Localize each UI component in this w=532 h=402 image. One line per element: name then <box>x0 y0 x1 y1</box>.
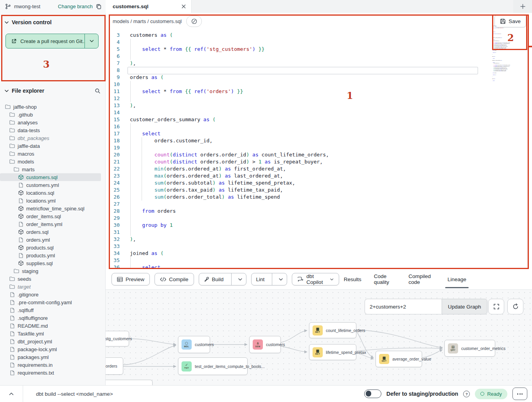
search-icon[interactable] <box>95 88 101 94</box>
breadcrumb[interactable]: models / marts / customers.sql <box>113 18 182 24</box>
result-tab[interactable]: Results <box>344 269 361 289</box>
defer-toggle[interactable] <box>364 389 381 398</box>
file-tree-item[interactable]: .sqlfluffignore <box>0 314 105 322</box>
file-name: seeds <box>18 276 31 282</box>
file-tree-item[interactable]: products.yml <box>0 251 105 259</box>
tab-customers-sql[interactable]: customers.sql <box>106 0 192 13</box>
node-stg-customers[interactable]: stg_customers <box>106 331 129 346</box>
build-button[interactable]: Build <box>199 273 246 285</box>
file-tree-item[interactable]: analyses <box>0 118 105 126</box>
minimap[interactable]: customers as ( select * from {{ ref('stg… <box>482 25 515 81</box>
action-toolbar: Preview Compile Build Lint <box>106 269 532 289</box>
file-tree-item[interactable]: packages.yml <box>0 353 105 361</box>
file-explorer-title: File explorer <box>12 88 44 94</box>
file-tree-item[interactable]: seeds <box>0 275 105 283</box>
file-tree-item[interactable]: requirements.txt <box>0 369 105 377</box>
refresh-button[interactable] <box>507 299 523 314</box>
file-tree-item[interactable]: README.md <box>0 322 105 330</box>
result-tab[interactable]: Code quality <box>374 269 396 289</box>
preview-button[interactable]: Preview <box>111 273 150 285</box>
file-explorer-header[interactable]: File explorer <box>5 88 101 94</box>
dbt-copilot-button[interactable]: dbt Copilot <box>292 273 339 285</box>
code-editor[interactable]: 3customers as (45 select * from {{ ref('… <box>106 29 532 269</box>
table-icon <box>117 277 123 282</box>
status-bar-right: Defer to staging/production ? Ready <box>364 388 532 400</box>
file-tree-item[interactable]: package-lock.yml <box>0 345 105 353</box>
file-tree-item[interactable]: order_items.yml <box>0 220 105 228</box>
file-name: .pre-commit-config.yaml <box>18 300 72 305</box>
file-tree-item[interactable]: metricflow_time_spine.sql <box>0 205 105 212</box>
update-graph-button[interactable]: Update Graph <box>442 299 487 314</box>
pr-dropdown[interactable] <box>85 34 98 48</box>
file-name: dbt_packages <box>18 135 49 141</box>
command-hint: dbt build --select <model_name> <box>36 391 113 397</box>
file-tree-item[interactable]: .sqlfluff <box>0 306 105 314</box>
fullscreen-button[interactable] <box>488 299 504 314</box>
close-icon[interactable] <box>182 4 186 9</box>
help-icon[interactable]: ? <box>463 391 470 397</box>
file-name: orders.yml <box>26 237 50 243</box>
node-lifetime-spend-pretax[interactable]: ▆METlifetime_spend_pretax <box>309 344 356 360</box>
compile-button[interactable]: Compile <box>155 273 194 285</box>
file-tree-item[interactable]: target <box>0 283 105 291</box>
editor-scrollbar[interactable] <box>527 29 528 269</box>
node-customers-model[interactable]: ⬡MDLcustomers <box>178 336 210 353</box>
change-branch-link[interactable]: Change branch <box>58 4 93 9</box>
file-tree-item[interactable]: jaffle-data <box>0 142 105 150</box>
file-tree-item[interactable]: marts <box>0 165 105 173</box>
file-tree-item[interactable]: models <box>0 158 105 165</box>
version-control-header[interactable]: Version control <box>5 19 52 25</box>
expand-panel-button[interactable] <box>0 392 23 395</box>
file-tree-item[interactable]: dbt_packages <box>0 134 105 142</box>
copilot-compass-button[interactable] <box>186 16 202 27</box>
build-dropdown[interactable] <box>234 273 246 285</box>
file-tree-item[interactable]: dbt_project.yml <box>0 337 105 345</box>
indent-guide <box>142 137 142 201</box>
node-test[interactable]: ✓TSTtest_order_items_compute_to_bools... <box>178 357 248 375</box>
folder-icon <box>9 151 15 156</box>
plus-icon[interactable] <box>520 4 526 9</box>
result-tab[interactable]: Compiled code <box>408 269 435 289</box>
file-name: package-lock.yml <box>18 346 57 352</box>
node-customers-semantic[interactable]: ⋔SEMcustomers <box>249 336 281 353</box>
file-tree-item[interactable]: order_items.sql <box>0 212 105 220</box>
create-pr-button[interactable]: Create a pull request on Git... <box>5 34 99 48</box>
file-tree-item[interactable]: data-tests <box>0 126 105 134</box>
file-tree-item[interactable]: supplies.sql <box>0 259 105 267</box>
file-tree-item[interactable]: requirements.in <box>0 361 105 369</box>
node-partial[interactable] <box>106 380 153 385</box>
node-average-order-value[interactable]: ▆METaverage_order_value <box>376 351 422 367</box>
node-customer-order-metrics[interactable]: ▤QRYcustomer_order_metrics <box>444 340 495 357</box>
file-tree-item[interactable]: jaffle-shop <box>0 103 105 111</box>
file-tree-item[interactable]: orders.yml <box>0 236 105 244</box>
file-tree-item[interactable]: macros <box>0 150 105 158</box>
copy-icon[interactable] <box>96 4 102 9</box>
file-tree-item[interactable]: customers.sql <box>0 173 101 181</box>
folder-icon <box>9 120 15 125</box>
copilot-dropdown <box>330 278 333 281</box>
file-tree-item[interactable]: .gitignore <box>0 291 105 298</box>
more-options-button[interactable] <box>512 388 527 400</box>
file-tree-item[interactable]: Taskfile.yml <box>0 330 105 337</box>
file-tree-item[interactable]: products.sql <box>0 244 105 251</box>
file-tree-item[interactable]: staging <box>0 267 105 275</box>
node-orders[interactable]: orders <box>106 357 123 375</box>
lint-dropdown[interactable] <box>275 273 287 285</box>
file-tree-item[interactable]: .pre-commit-config.yaml <box>0 298 105 306</box>
status-bar: dbt build --select <model_name> Defer to… <box>0 385 532 402</box>
file-name: .sqlfluffignore <box>18 315 48 321</box>
file-tree-item[interactable]: locations.yml <box>0 197 105 205</box>
file-tree-item[interactable]: orders.sql <box>0 228 105 236</box>
file-tree-item[interactable]: customers.yml <box>0 181 105 189</box>
folder-icon <box>9 159 15 164</box>
file-tree-item[interactable]: .github <box>0 111 105 118</box>
lint-button[interactable]: Lint <box>251 273 288 285</box>
node-count-lifetime-orders[interactable]: ▆METcount_lifetime_orders <box>309 322 356 338</box>
lineage-selector-input[interactable] <box>365 299 442 314</box>
model-icon <box>18 174 23 180</box>
divider <box>23 386 23 402</box>
result-tab[interactable]: Lineage <box>448 269 466 289</box>
file-icon <box>9 323 15 328</box>
folder-icon <box>9 135 15 141</box>
file-tree-item[interactable]: locations.sql <box>0 189 105 197</box>
